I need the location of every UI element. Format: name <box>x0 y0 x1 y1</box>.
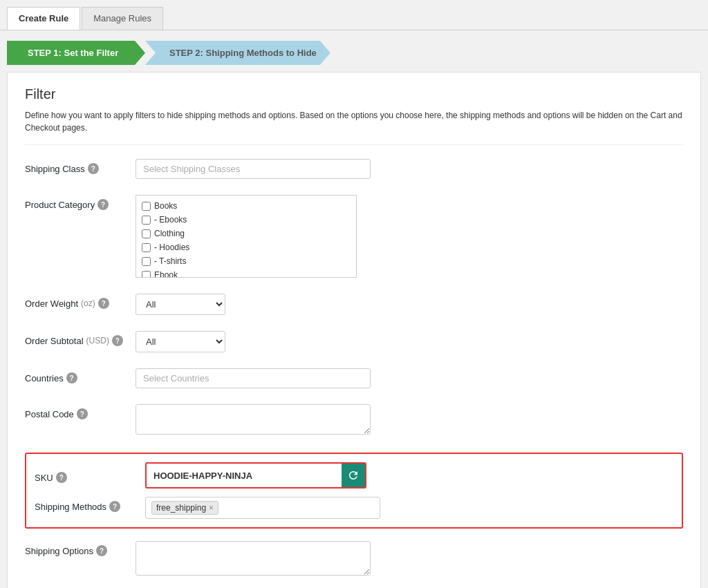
shipping-options-help-icon[interactable]: ? <box>96 545 107 556</box>
category-ebook-checkbox[interactable] <box>142 271 151 278</box>
shipping-methods-row: Shipping Methods ? free_shipping × <box>35 497 673 519</box>
list-item[interactable]: - Hoodies <box>136 240 356 254</box>
order-weight-select[interactable]: All <box>136 294 225 315</box>
shipping-options-textarea[interactable] <box>136 541 371 576</box>
order-weight-row: Order Weight (oz) ? All <box>25 294 683 319</box>
order-weight-label: Order Weight (oz) ? <box>25 294 136 309</box>
sku-label: SKU ? <box>35 468 145 483</box>
product-category-field: Books - Ebooks Clothing - Hoodies <box>136 195 371 278</box>
list-item[interactable]: - T-shirts <box>136 254 356 268</box>
order-subtotal-field: All <box>136 331 371 352</box>
countries-label: Countries ? <box>25 368 136 383</box>
countries-input[interactable] <box>136 368 371 388</box>
shipping-options-field <box>136 541 371 578</box>
countries-row: Countries ? <box>25 368 683 392</box>
order-weight-help-icon[interactable]: ? <box>98 298 109 309</box>
step-2[interactable]: STEP 2: Shipping Methods to Hide <box>145 41 330 65</box>
tabs-bar: Create Rule Manage Rules <box>0 0 708 30</box>
list-item[interactable]: - Ebooks <box>136 213 356 227</box>
main-content: Filter Define how you want to apply filt… <box>7 72 701 588</box>
category-books-checkbox[interactable] <box>142 202 151 211</box>
shipping-class-help-icon[interactable]: ? <box>88 163 99 174</box>
postal-code-field <box>136 404 371 437</box>
steps-bar: STEP 1: Set the Filter STEP 2: Shipping … <box>7 41 701 65</box>
shipping-class-field <box>136 159 371 179</box>
tab-create-rule[interactable]: Create Rule <box>7 7 80 30</box>
postal-code-label: Postal Code ? <box>25 404 136 419</box>
sku-input[interactable] <box>147 466 342 485</box>
list-item[interactable]: Books <box>136 199 356 213</box>
product-category-label: Product Category ? <box>25 195 136 210</box>
sku-shipping-highlight: SKU ? Shipping Methods ? <box>25 453 683 529</box>
shipping-options-label: Shipping Options ? <box>25 541 136 556</box>
step-1-label: STEP 1: Set the Filter <box>28 48 118 58</box>
order-subtotal-select[interactable]: All <box>136 331 225 352</box>
sku-help-icon[interactable]: ? <box>56 472 67 483</box>
order-weight-field: All <box>136 294 371 315</box>
shipping-class-label: Shipping Class ? <box>25 159 136 174</box>
postal-code-textarea[interactable] <box>136 404 371 435</box>
product-category-row: Product Category ? Books - Ebooks Cloth <box>25 195 683 281</box>
filter-description: Define how you want to apply filters to … <box>25 109 683 145</box>
sku-input-wrap <box>145 462 366 489</box>
category-tshirts-checkbox[interactable] <box>142 257 151 266</box>
step-2-label: STEP 2: Shipping Methods to Hide <box>169 48 317 58</box>
order-subtotal-label: Order Subtotal (USD) ? <box>25 331 136 346</box>
order-subtotal-help-icon[interactable]: ? <box>112 335 123 346</box>
shipping-methods-tag-input[interactable]: free_shipping × <box>145 497 380 519</box>
filter-title: Filter <box>25 86 683 102</box>
list-item[interactable]: Ebook <box>136 268 356 278</box>
category-clothing-checkbox[interactable] <box>142 229 151 238</box>
shipping-methods-label: Shipping Methods ? <box>35 497 145 512</box>
category-ebooks-checkbox[interactable] <box>142 216 151 225</box>
step-1[interactable]: STEP 1: Set the Filter <box>7 41 145 65</box>
countries-help-icon[interactable]: ? <box>66 372 77 383</box>
order-subtotal-row: Order Subtotal (USD) ? All <box>25 331 683 356</box>
sku-row: SKU ? <box>35 462 673 489</box>
refresh-icon <box>347 469 360 482</box>
category-dropdown[interactable]: Books - Ebooks Clothing - Hoodies <box>136 195 357 278</box>
tab-manage-rules[interactable]: Manage Rules <box>82 7 163 30</box>
tag-free-shipping: free_shipping × <box>151 501 218 515</box>
postal-code-row: Postal Code ? <box>25 404 683 440</box>
tag-remove-free-shipping[interactable]: × <box>209 504 214 512</box>
shipping-methods-help-icon[interactable]: ? <box>109 501 120 512</box>
list-item[interactable]: Clothing <box>136 227 356 240</box>
category-hoodies-checkbox[interactable] <box>142 243 151 252</box>
postal-code-help-icon[interactable]: ? <box>77 408 88 419</box>
shipping-class-row: Shipping Class ? <box>25 159 683 182</box>
shipping-options-row: Shipping Options ? <box>25 541 683 581</box>
shipping-class-input[interactable] <box>136 159 371 179</box>
shipping-methods-field: free_shipping × <box>145 497 380 519</box>
product-category-help-icon[interactable]: ? <box>97 199 109 210</box>
countries-field <box>136 368 371 388</box>
sku-refresh-button[interactable] <box>342 464 365 487</box>
